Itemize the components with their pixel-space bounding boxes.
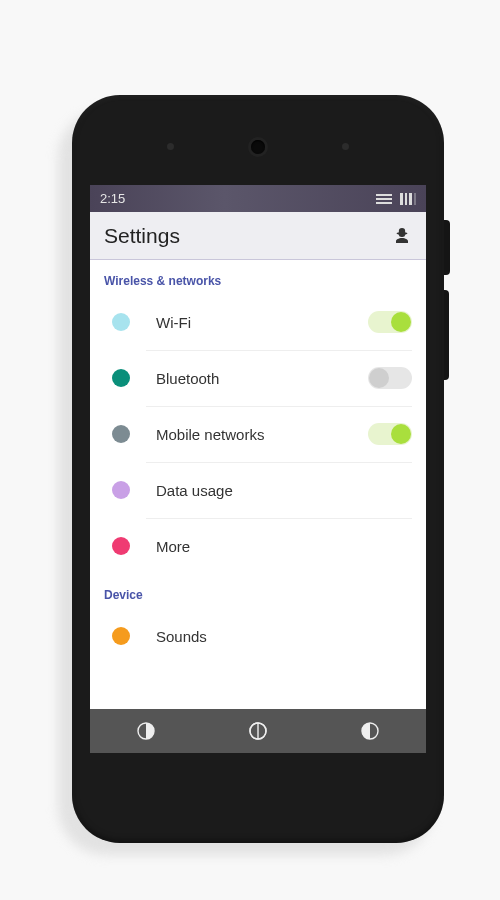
section-header-wireless: Wireless & networks <box>90 260 426 294</box>
phone-frame: 2:15 Settings Wireless & networks Wi-Fi <box>72 95 444 843</box>
system-nav-bar <box>90 709 426 753</box>
speaker-icon <box>251 140 265 154</box>
page-title: Settings <box>104 224 392 248</box>
screen: 2:15 Settings Wireless & networks Wi-Fi <box>90 185 426 753</box>
section-header-device: Device <box>90 574 426 608</box>
nav-home-button[interactable] <box>202 709 314 753</box>
row-label: Sounds <box>156 628 412 645</box>
nav-back-button[interactable] <box>90 709 202 753</box>
status-time: 2:15 <box>100 191 125 206</box>
bullet-icon <box>112 481 130 499</box>
row-label: Wi-Fi <box>156 314 368 331</box>
row-label: Data usage <box>156 482 412 499</box>
row-data-usage[interactable]: Data usage <box>90 462 426 518</box>
row-sounds[interactable]: Sounds <box>90 608 426 664</box>
row-bluetooth[interactable]: Bluetooth <box>90 350 426 406</box>
row-label: Bluetooth <box>156 370 368 387</box>
toggle-wifi[interactable] <box>368 311 412 333</box>
settings-list[interactable]: Wireless & networks Wi-Fi Bluetooth Mobi… <box>90 260 426 709</box>
battery-icon <box>400 193 416 205</box>
row-more[interactable]: More <box>90 518 426 574</box>
bullet-icon <box>112 313 130 331</box>
row-wifi[interactable]: Wi-Fi <box>90 294 426 350</box>
bullet-icon <box>112 425 130 443</box>
toggle-mobile-networks[interactable] <box>368 423 412 445</box>
bullet-icon <box>112 537 130 555</box>
row-label: More <box>156 538 412 555</box>
bullet-icon <box>112 369 130 387</box>
row-label: Mobile networks <box>156 426 368 443</box>
toggle-bluetooth[interactable] <box>368 367 412 389</box>
menu-icon <box>376 193 392 205</box>
row-mobile-networks[interactable]: Mobile networks <box>90 406 426 462</box>
status-bar: 2:15 <box>90 185 426 212</box>
nav-recent-button[interactable] <box>314 709 426 753</box>
profile-icon[interactable] <box>392 226 412 246</box>
bullet-icon <box>112 627 130 645</box>
app-header: Settings <box>90 212 426 260</box>
